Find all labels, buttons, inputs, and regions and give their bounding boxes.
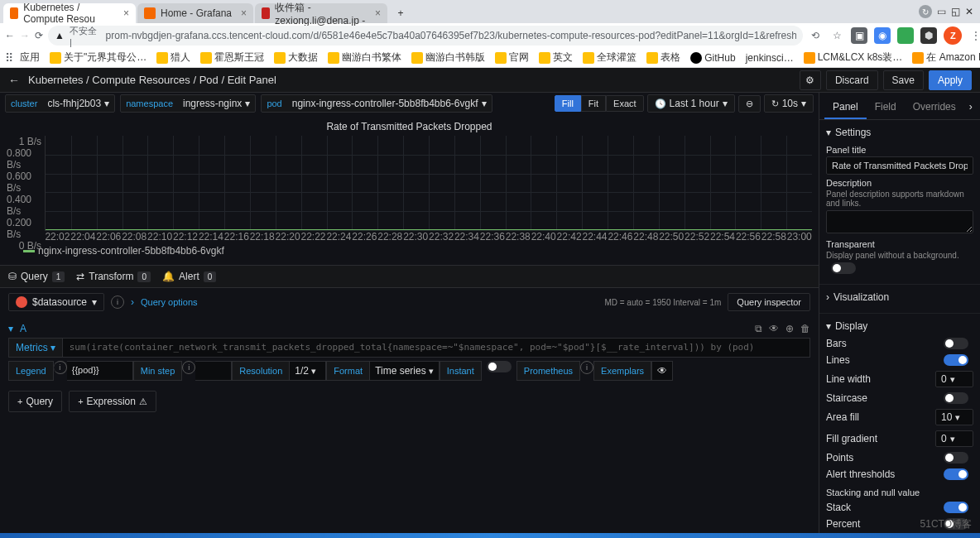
areafill-select[interactable]: 10 ▾	[935, 409, 973, 425]
tab-field[interactable]: Field	[867, 96, 905, 119]
minimize-icon[interactable]: ▭	[937, 6, 946, 17]
url-input[interactable]: ▲ 不安全 | prom-nvbgdjen-grafana.ccs.tencen…	[48, 26, 803, 46]
save-button[interactable]: Save	[883, 70, 924, 90]
discard-button[interactable]: Discard	[826, 70, 878, 90]
variable-pod[interactable]: pod nginx-ingress-controller-5bb8fb4bb6-…	[261, 94, 492, 113]
settings-icon[interactable]: ⚙	[800, 70, 821, 90]
tab-query[interactable]: ⛁ Query 1	[8, 271, 65, 282]
refresh-button[interactable]: ↻ 10s ▾	[764, 94, 814, 113]
bars-toggle[interactable]	[944, 338, 968, 349]
chart-legend[interactable]: nginx-ingress-controller-5bb8fb4bb6-6vgk…	[7, 243, 812, 262]
linewidth-select[interactable]: 0 ▾	[935, 371, 973, 387]
back-arrow-icon[interactable]: ←	[8, 74, 20, 87]
fit-button[interactable]: Fit	[581, 95, 606, 112]
bookmark-item[interactable]: 官网	[492, 49, 532, 66]
instant-toggle[interactable]	[487, 361, 512, 372]
bookmark-item[interactable]: 幽游白书韩版	[408, 49, 488, 66]
query-options-toggle[interactable]: Query options	[141, 297, 197, 307]
format-select[interactable]: Time series ▾	[370, 361, 440, 381]
close-icon[interactable]: ×	[123, 7, 129, 19]
info-icon[interactable]: i	[580, 361, 593, 374]
bookmark-item[interactable]: 霍恩斯王冠	[197, 49, 267, 66]
section-header[interactable]: ▾Settings	[826, 123, 973, 142]
bookmark-item[interactable]: 在 Amazon EKS 上…	[909, 49, 980, 66]
profile-avatar[interactable]: Z	[944, 26, 962, 45]
minstep-input[interactable]	[195, 361, 232, 381]
bookmark-item[interactable]: 关于"元界其母公…	[46, 49, 150, 66]
bookmark-item[interactable]: jenkinsci…	[742, 50, 797, 65]
bookmark-item[interactable]: 表格	[643, 49, 684, 66]
extension-icon[interactable]: ◉	[874, 27, 891, 44]
eye-icon[interactable]: 👁	[651, 361, 673, 381]
menu-icon[interactable]: ⋮	[968, 28, 980, 43]
chevron-right-icon[interactable]: ›	[131, 296, 134, 308]
info-icon[interactable]: i	[111, 295, 124, 309]
bookmark-item[interactable]: LCM&LCX k8s装…	[800, 49, 906, 66]
extension-icon[interactable]: ▣	[851, 27, 867, 44]
forward-icon[interactable]: →	[20, 27, 30, 44]
bookmark-item[interactable]: 幽游白书繁体	[324, 49, 405, 66]
info-icon[interactable]: i	[182, 361, 195, 374]
star-icon[interactable]: ☆	[829, 28, 844, 43]
bookmark-item[interactable]: 英文	[536, 49, 576, 66]
alertthresholds-toggle[interactable]	[944, 468, 968, 480]
tab-overrides[interactable]: Overrides	[905, 96, 964, 119]
add-query-button[interactable]: + Query	[8, 391, 62, 412]
add-expression-button[interactable]: + Expression ⚠	[69, 391, 156, 412]
chart-plot[interactable]	[45, 136, 812, 231]
extension-icon[interactable]	[897, 27, 914, 44]
metrics-input[interactable]: sum(irate(container_network_transmit_pac…	[63, 338, 810, 358]
maximize-icon[interactable]: ◱	[951, 6, 960, 17]
resolution-select[interactable]: 1/2 ▾	[290, 361, 326, 381]
expand-icon[interactable]: ›	[964, 96, 978, 119]
collapse-icon[interactable]: ▾	[8, 323, 13, 334]
lines-toggle[interactable]	[944, 354, 968, 366]
close-window-icon[interactable]: ✕	[965, 6, 973, 17]
zoom-out-button[interactable]: ⊖	[738, 95, 761, 113]
trash-icon[interactable]: 🗑	[800, 323, 810, 334]
duplicate-icon[interactable]: ⊕	[785, 323, 794, 334]
datasource-select[interactable]: $datasource ▾	[8, 293, 104, 311]
eye-icon[interactable]: 👁	[769, 323, 779, 334]
chevron-down-icon: ▾	[826, 320, 831, 332]
tab-alert[interactable]: 🔔 Alert 0	[162, 271, 216, 282]
stack-toggle[interactable]	[944, 502, 968, 513]
fillgradient-select[interactable]: 0 ▾	[935, 430, 973, 447]
extension-icon[interactable]: ⬢	[920, 27, 937, 44]
browser-tab[interactable]: 收件箱 - zexiong.li@dena.jp - ×	[255, 3, 387, 23]
bookmark-item[interactable]: 大数据	[271, 49, 321, 66]
bookmark-item[interactable]: 应用	[17, 49, 43, 66]
panel-title-input[interactable]	[826, 156, 973, 175]
bookmark-item[interactable]: 全球灌篮	[579, 49, 640, 66]
back-icon[interactable]: ←	[5, 27, 15, 44]
transparent-toggle[interactable]	[831, 262, 856, 274]
copy-icon[interactable]: ⧉	[755, 323, 762, 334]
bookmark-item[interactable]: GitHub	[687, 50, 738, 65]
update-icon[interactable]: ↻	[919, 5, 932, 18]
query-inspector-button[interactable]: Query inspector	[728, 293, 810, 311]
variable-namespace[interactable]: namespace ingress-nginx▾	[120, 94, 256, 113]
tab-transform[interactable]: ⇄ Transform 0	[76, 271, 151, 282]
section-header[interactable]: ▾Display	[826, 317, 973, 335]
staircase-toggle[interactable]	[944, 392, 968, 404]
bookmark-item[interactable]: 猎人	[153, 49, 194, 66]
exact-button[interactable]: Exact	[606, 95, 644, 112]
apps-icon[interactable]: ⠿	[5, 50, 13, 65]
close-icon[interactable]: ×	[241, 7, 247, 19]
fill-button[interactable]: Fill	[555, 95, 581, 112]
browser-tab[interactable]: Home - Grafana ×	[137, 3, 253, 23]
close-icon[interactable]: ×	[375, 7, 381, 19]
section-header[interactable]: ›Visualization	[826, 288, 973, 306]
browser-tab-active[interactable]: Kubernetes / Compute Resou ×	[3, 3, 136, 23]
tab-panel[interactable]: Panel	[824, 96, 867, 119]
new-tab-button[interactable]: +	[389, 3, 412, 23]
reload-icon[interactable]: ⟳	[35, 27, 43, 44]
variable-cluster[interactable]: cluster cls-fhhj2b03▾	[5, 94, 115, 113]
time-range-picker[interactable]: 🕓 Last 1 hour ▾	[647, 94, 735, 113]
legend-input[interactable]: {{pod}}	[67, 361, 133, 381]
description-input[interactable]	[826, 210, 973, 233]
points-toggle[interactable]	[944, 452, 968, 464]
info-icon[interactable]: i	[54, 361, 67, 374]
translate-icon[interactable]: ⟲	[808, 28, 823, 43]
apply-button[interactable]: Apply	[929, 70, 972, 90]
